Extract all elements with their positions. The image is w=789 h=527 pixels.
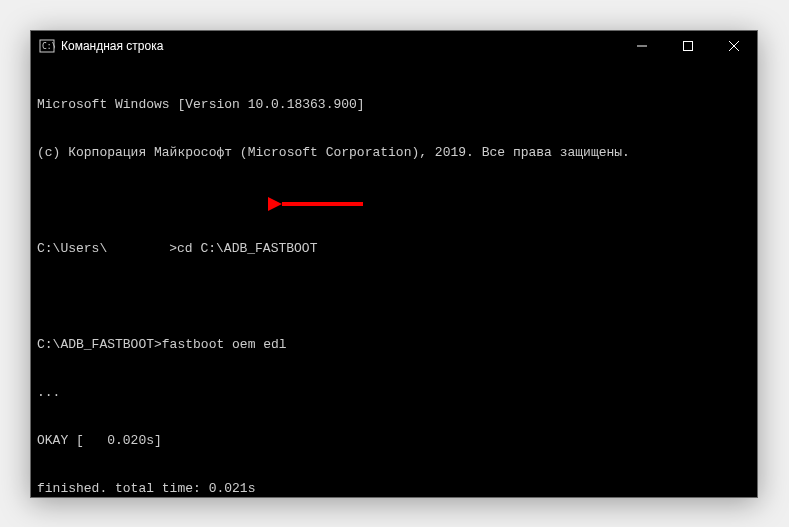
cmd-window: C:\ Командная строка Microsoft Windows [… xyxy=(30,30,758,498)
titlebar[interactable]: C:\ Командная строка xyxy=(31,31,757,61)
terminal-line xyxy=(37,289,751,305)
terminal-line xyxy=(37,193,751,209)
svg-rect-3 xyxy=(684,42,693,51)
terminal-line: C:\ADB_FASTBOOT>fastboot oem edl xyxy=(37,337,751,353)
cmd-icon: C:\ xyxy=(39,38,55,54)
svg-text:C:\: C:\ xyxy=(42,42,55,51)
terminal-line: Microsoft Windows [Version 10.0.18363.90… xyxy=(37,97,751,113)
maximize-button[interactable] xyxy=(665,31,711,61)
terminal-line: OKAY [ 0.020s] xyxy=(37,433,751,449)
terminal-area[interactable]: Microsoft Windows [Version 10.0.18363.90… xyxy=(31,61,757,497)
close-button[interactable] xyxy=(711,31,757,61)
window-title: Командная строка xyxy=(61,39,619,53)
terminal-line: (c) Корпорация Майкрософт (Microsoft Cor… xyxy=(37,145,751,161)
redacted-username xyxy=(107,240,169,254)
terminal-line: ... xyxy=(37,385,751,401)
minimize-button[interactable] xyxy=(619,31,665,61)
terminal-line: finished. total time: 0.021s xyxy=(37,481,751,497)
terminal-line: C:\Users\>cd C:\ADB_FASTBOOT xyxy=(37,241,751,257)
window-controls xyxy=(619,31,757,61)
